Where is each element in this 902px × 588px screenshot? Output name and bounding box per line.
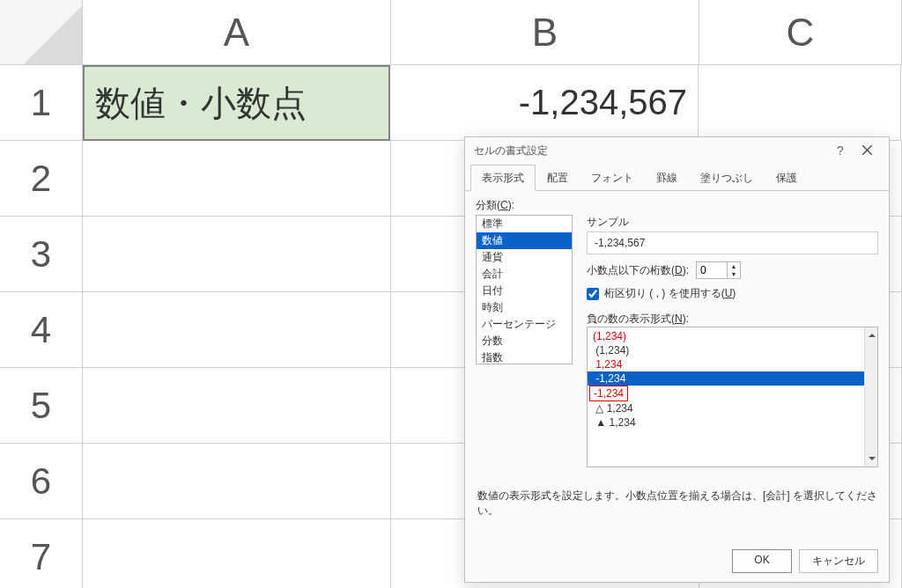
negative-format-item[interactable]: (1,234) [588,343,877,357]
row-header-1[interactable]: 1 [0,65,83,141]
category-item-time[interactable]: 時刻 [477,299,572,316]
category-item-standard[interactable]: 標準 [477,216,572,232]
cell-a7[interactable] [83,519,391,588]
negative-format-item[interactable]: -1,234 [589,386,628,401]
cell-a6[interactable] [83,444,391,519]
tab-border[interactable]: 罫線 [645,165,689,191]
close-button[interactable] [854,143,880,158]
negative-format-item[interactable]: -1,234 [588,371,877,386]
negative-format-label: 負の数の表示形式(N): [587,312,878,327]
row-header-7[interactable]: 7 [0,519,83,588]
category-item-accounting[interactable]: 会計 [477,266,572,283]
thousand-separator-checkbox[interactable] [587,288,599,300]
category-item-currency[interactable]: 通貨 [477,249,572,266]
dialog-title: セルの書式設定 [474,143,827,158]
category-label: 分類(C): [476,198,878,213]
tab-number-format[interactable]: 表示形式 [470,165,536,191]
tab-alignment[interactable]: 配置 [536,165,580,191]
decimal-places-input[interactable] [697,262,727,278]
row-header-3[interactable]: 3 [0,217,83,292]
negative-list-scrollbar[interactable] [864,327,877,467]
cancel-button[interactable]: キャンセル [799,549,878,573]
category-item-fraction[interactable]: 分数 [477,333,572,349]
col-header-b[interactable]: B [391,0,699,65]
sample-value: -1,234,567 [587,232,878,254]
cell-b1[interactable]: -1,234,567 [390,65,699,141]
cell-a4[interactable] [83,292,391,368]
negative-format-list[interactable]: (1,234) (1,234) 1,234 -1,234 -1,234 △ 1,… [587,327,878,467]
dialog-tabs: 表示形式 配置 フォント 罫線 塗りつぶし 保護 [465,164,889,191]
select-all-corner[interactable] [0,0,83,65]
row-header-4[interactable]: 4 [0,292,83,368]
ok-button[interactable]: OK [732,549,792,573]
spin-down-icon[interactable]: ▼ [728,270,740,278]
category-item-date[interactable]: 日付 [477,283,572,299]
spin-up-icon[interactable]: ▲ [728,262,740,270]
sample-label: サンプル [587,215,878,230]
category-item-scientific[interactable]: 指数 [477,349,572,364]
tab-font[interactable]: フォント [580,165,645,191]
cell-a1[interactable]: 数値・小数点 [83,65,390,141]
row-header-6[interactable]: 6 [0,444,83,519]
category-list[interactable]: 標準 数値 通貨 会計 日付 時刻 パーセンテージ 分数 指数 文字列 その他 … [476,215,573,364]
cell-a2[interactable] [83,141,391,217]
negative-format-item[interactable]: ▲ 1,234 [588,415,877,430]
decimal-places-spinner[interactable]: ▲ ▼ [696,261,741,279]
help-button[interactable]: ? [827,143,854,158]
thousand-separator-label: 桁区切り ( , ) を使用する(U) [604,286,736,301]
col-header-a[interactable]: A [83,0,391,65]
row-header-5[interactable]: 5 [0,368,83,444]
negative-format-item[interactable]: 1,234 [588,357,877,371]
format-hint: 数値の表示形式を設定します。小数点位置を揃える場合は、[会計] を選択してくださ… [476,489,878,518]
thousand-separator-row[interactable]: 桁区切り ( , ) を使用する(U) [587,286,878,301]
tab-fill[interactable]: 塗りつぶし [689,165,765,191]
format-cells-dialog: セルの書式設定 ? 表示形式 配置 フォント 罫線 塗りつぶし 保護 分類(C)… [464,136,890,583]
decimal-places-label: 小数点以下の桁数(D): [587,263,689,278]
category-item-percentage[interactable]: パーセンテージ [477,316,572,333]
close-icon [862,145,872,155]
tab-protection[interactable]: 保護 [765,165,809,191]
cell-c1[interactable] [699,65,901,141]
negative-format-item[interactable]: (1,234) [588,329,877,343]
category-item-number[interactable]: 数値 [477,232,572,249]
col-header-c[interactable]: C [699,0,902,65]
row-header-2[interactable]: 2 [0,141,83,217]
cell-a3[interactable] [83,217,391,292]
negative-format-item[interactable]: △ 1,234 [588,401,877,415]
cell-a5[interactable] [83,368,391,444]
